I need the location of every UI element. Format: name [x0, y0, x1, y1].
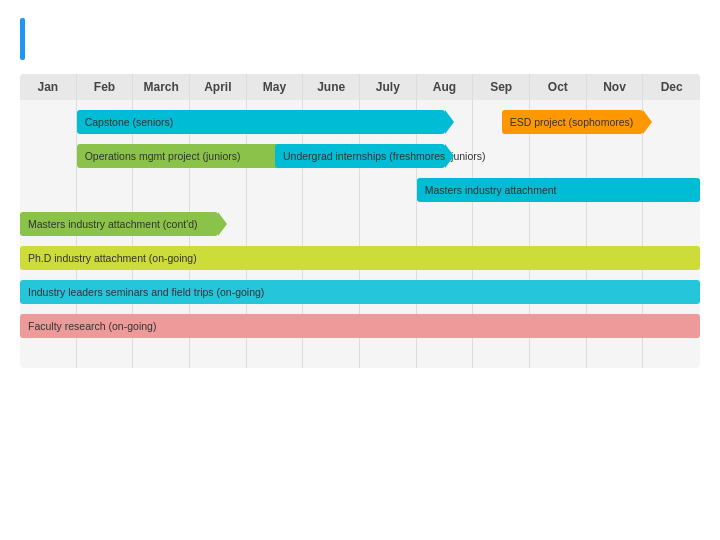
month-cell-aug: Aug: [417, 74, 474, 100]
month-cell-oct: Oct: [530, 74, 587, 100]
bar-row-6: Faculty research (on-going): [20, 310, 700, 342]
bar-row-2: Masters industry attachment: [20, 174, 700, 206]
bar-phd: Ph.D industry attachment (on-going): [20, 246, 700, 270]
bar-masters-attach: Masters industry attachment: [417, 178, 700, 202]
bar-operations: Operations mgmt project (juniors): [77, 144, 304, 168]
bar-industry-leaders: Industry leaders seminars and field trip…: [20, 280, 700, 304]
bar-row-3: Masters industry attachment (cont'd): [20, 208, 700, 240]
bar-row-0: Capstone (seniors)ESD project (sophomore…: [20, 106, 700, 138]
month-cell-dec: Dec: [643, 74, 700, 100]
bar-row-4: Ph.D industry attachment (on-going): [20, 242, 700, 274]
title-section: [20, 18, 700, 60]
page: JanFebMarchAprilMayJuneJulyAugSepOctNovD…: [0, 0, 720, 540]
month-cell-feb: Feb: [77, 74, 134, 100]
month-header: JanFebMarchAprilMayJuneJulyAugSepOctNovD…: [20, 74, 700, 100]
bar-undergrad: Undergrad internships (freshmores, junio…: [275, 144, 445, 168]
month-cell-july: July: [360, 74, 417, 100]
calendar-container: JanFebMarchAprilMayJuneJulyAugSepOctNovD…: [20, 74, 700, 368]
month-cell-nov: Nov: [587, 74, 644, 100]
month-cell-june: June: [303, 74, 360, 100]
gantt-area: Capstone (seniors)ESD project (sophomore…: [20, 100, 700, 368]
bar-capstone: Capstone (seniors): [77, 110, 445, 134]
month-cell-sep: Sep: [473, 74, 530, 100]
month-cell-jan: Jan: [20, 74, 77, 100]
month-cell-april: April: [190, 74, 247, 100]
bar-faculty: Faculty research (on-going): [20, 314, 700, 338]
bar-esd-project: ESD project (sophomores): [502, 110, 644, 134]
title-accent-bar: [20, 18, 25, 60]
bar-row-5: Industry leaders seminars and field trip…: [20, 276, 700, 308]
bar-masters-contd: Masters industry attachment (cont'd): [20, 212, 218, 236]
month-cell-march: March: [133, 74, 190, 100]
bar-row-1: Operations mgmt project (juniors)Undergr…: [20, 140, 700, 172]
month-cell-may: May: [247, 74, 304, 100]
